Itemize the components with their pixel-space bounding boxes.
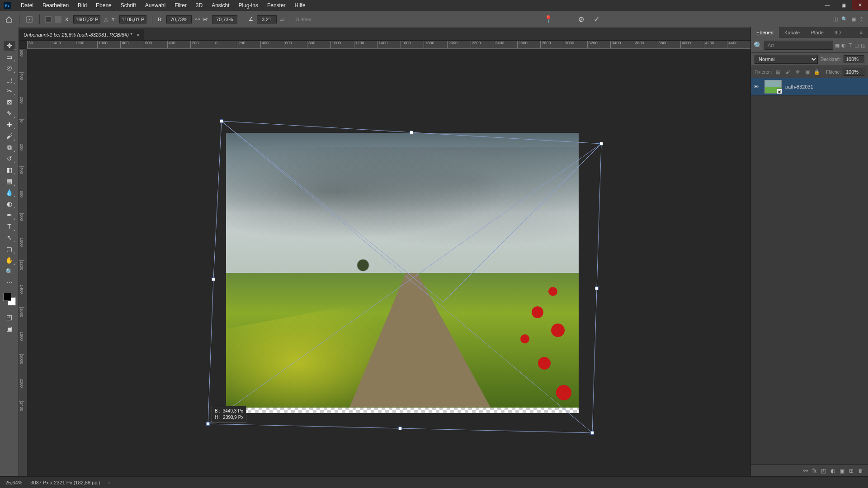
new-layer-icon[interactable]: ⊞ xyxy=(849,468,854,474)
cancel-transform-button[interactable]: ⊘ xyxy=(575,14,587,25)
gradient-tool[interactable]: ▤ xyxy=(4,176,15,186)
lock-transparency-icon[interactable]: ▦ xyxy=(774,68,782,76)
crop-tool[interactable]: ✂ xyxy=(4,86,15,96)
link-layers-icon[interactable]: ⚯ xyxy=(803,468,808,474)
healing-tool[interactable]: ✚ xyxy=(4,120,15,130)
y-position-input[interactable] xyxy=(119,15,146,23)
zoom-tool[interactable]: 🔍 xyxy=(4,267,15,277)
foreground-color-swatch[interactable] xyxy=(3,293,11,301)
layer-style-icon[interactable]: fx xyxy=(812,468,816,474)
tab-3d[interactable]: 3D xyxy=(829,27,846,38)
menu-edit[interactable]: Bearbeiten xyxy=(38,1,73,9)
menu-window[interactable]: Fenster xyxy=(263,1,290,9)
move-tool[interactable]: ✥ xyxy=(4,41,15,51)
close-tab-icon[interactable]: × xyxy=(137,32,139,38)
lock-pixels-icon[interactable]: 🖌 xyxy=(784,68,792,76)
window-restore-button[interactable]: ▣ xyxy=(835,0,852,10)
delete-layer-icon[interactable]: 🗑 xyxy=(858,468,863,474)
filter-adjust-icon[interactable]: ◐ xyxy=(841,41,846,49)
eyedropper-tool[interactable]: ✎ xyxy=(4,108,15,118)
document-tab[interactable]: Unbenannt-1 bei 25,6% (path-832031, RGB/… xyxy=(19,29,144,40)
transform-handle-br[interactable] xyxy=(590,431,594,435)
status-chevron-icon[interactable]: › xyxy=(108,480,110,485)
lasso-tool[interactable]: ⧀ xyxy=(4,63,15,73)
tab-layers[interactable]: Ebenen xyxy=(751,27,779,38)
fill-input[interactable] xyxy=(844,68,864,76)
lock-all-icon[interactable]: 🔒 xyxy=(814,68,821,76)
layer-name[interactable]: path-832031 xyxy=(785,84,813,89)
transform-handle-bc[interactable] xyxy=(398,427,402,430)
workspace-icon[interactable]: ▦ xyxy=(851,16,856,22)
menu-plugins[interactable]: Plug-ins xyxy=(234,1,263,9)
transform-handle-ml[interactable] xyxy=(212,277,215,281)
menu-type[interactable]: Schrift xyxy=(116,1,141,9)
quick-select-tool[interactable]: ⬚ xyxy=(4,75,15,84)
link-aspect-icon[interactable]: ⚯ xyxy=(195,16,200,23)
adjustment-layer-icon[interactable]: ◐ xyxy=(830,468,835,474)
blend-mode-select[interactable]: Normal xyxy=(755,55,818,64)
x-position-input[interactable] xyxy=(73,15,100,23)
width-input[interactable] xyxy=(166,15,192,23)
brush-tool[interactable]: 🖌 xyxy=(4,131,15,141)
marquee-tool[interactable]: ▭ xyxy=(4,52,15,62)
share-icon[interactable]: ⇧ xyxy=(859,16,863,22)
edit-toolbar-icon[interactable]: ⋯ xyxy=(4,278,15,288)
menu-filter[interactable]: Filter xyxy=(170,1,191,9)
tab-channels[interactable]: Kanäle xyxy=(779,27,805,38)
commit-transform-button[interactable]: ✓ xyxy=(590,14,602,25)
window-close-button[interactable]: ✕ xyxy=(852,0,868,10)
filter-type-icon[interactable]: T xyxy=(848,41,852,49)
menu-select[interactable]: Auswahl xyxy=(141,1,170,9)
menu-view[interactable]: Ansicht xyxy=(207,1,234,9)
transform-handle-tl[interactable] xyxy=(220,119,223,123)
dodge-tool[interactable]: ◐ xyxy=(4,199,15,209)
reference-point-checkbox[interactable] xyxy=(55,16,61,23)
relative-position-checkbox[interactable] xyxy=(45,16,52,23)
color-swatches[interactable] xyxy=(3,293,16,305)
angle-input[interactable] xyxy=(257,15,277,23)
pen-tool[interactable]: ✒ xyxy=(4,210,15,220)
menu-image[interactable]: Bild xyxy=(73,1,91,9)
menu-help[interactable]: Hilfe xyxy=(290,1,310,9)
type-tool[interactable]: T xyxy=(4,221,15,231)
hand-tool[interactable]: ✋ xyxy=(4,255,15,265)
lock-position-icon[interactable]: ✥ xyxy=(794,68,801,76)
layer-filter-input[interactable] xyxy=(764,41,833,50)
cloud-docs-icon[interactable]: ◫ xyxy=(833,16,838,22)
layer-thumbnail[interactable]: ▣ xyxy=(764,80,782,94)
frame-tool[interactable]: ⊠ xyxy=(4,97,15,107)
transform-handle-tr[interactable] xyxy=(599,142,603,145)
quickmask-icon[interactable]: ◰ xyxy=(4,312,15,322)
window-minimize-button[interactable]: — xyxy=(819,0,835,10)
lock-artboard-icon[interactable]: ▣ xyxy=(804,68,811,76)
canvas-viewport[interactable]: B : 3449,3 Px H : 2390,9 Px xyxy=(27,49,750,476)
filter-smart-icon[interactable]: ◫ xyxy=(861,41,865,49)
screenmode-icon[interactable]: ▣ xyxy=(4,324,15,333)
transform-handle-bl[interactable] xyxy=(206,422,210,426)
menu-layer[interactable]: Ebene xyxy=(91,1,116,9)
blur-tool[interactable]: 💧 xyxy=(4,188,15,197)
panel-menu-icon[interactable]: ≡ xyxy=(854,27,868,38)
warp-mode-icon[interactable]: 📍 xyxy=(542,14,554,25)
transform-center-icon[interactable] xyxy=(25,15,34,24)
layer-item[interactable]: 👁 ▣ path-832031 xyxy=(751,78,868,96)
visibility-icon[interactable]: 👁 xyxy=(754,84,761,89)
eraser-tool[interactable]: ◧ xyxy=(4,165,15,175)
search-icon[interactable]: 🔍 xyxy=(841,16,848,22)
path-select-tool[interactable]: ↖ xyxy=(4,233,15,243)
filter-shape-icon[interactable]: ▢ xyxy=(854,41,859,49)
zoom-level[interactable]: 25,64% xyxy=(5,480,22,485)
tab-paths[interactable]: Pfade xyxy=(805,27,829,38)
doc-dimensions[interactable]: 3037 Px x 2321 Px (182,88 ppi) xyxy=(30,480,100,485)
filter-pixel-icon[interactable]: ▦ xyxy=(835,41,840,49)
transform-handle-mr[interactable] xyxy=(595,286,599,290)
layer-mask-icon[interactable]: ◰ xyxy=(821,468,826,474)
shape-tool[interactable]: ▢ xyxy=(4,244,15,254)
home-icon[interactable] xyxy=(5,15,14,24)
history-brush-tool[interactable]: ↺ xyxy=(4,154,15,164)
height-input[interactable] xyxy=(212,15,237,23)
skew-h-icon[interactable]: ▱ xyxy=(280,16,284,23)
swap-xy-icon[interactable]: △ xyxy=(104,16,108,22)
clone-tool[interactable]: ⧉ xyxy=(4,142,15,152)
group-icon[interactable]: ▣ xyxy=(840,468,844,474)
